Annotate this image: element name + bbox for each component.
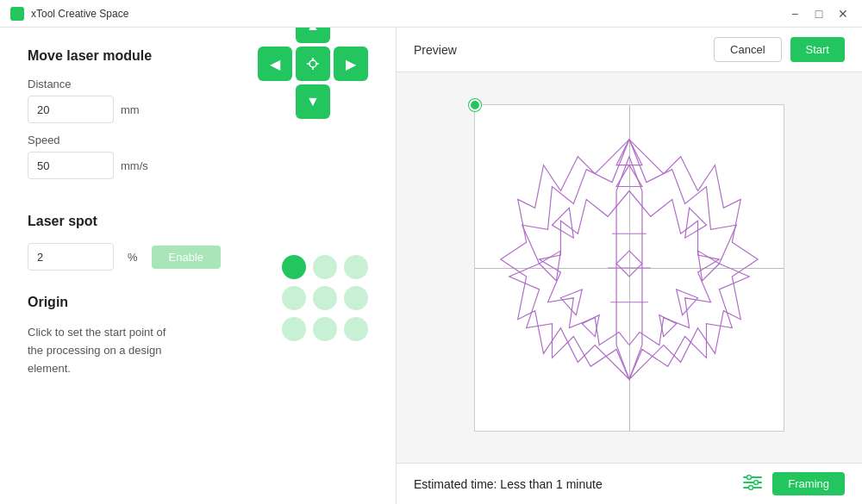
distance-group: Distance mm — [28, 78, 189, 123]
origin-description: Click to set the start point of the proc… — [28, 324, 183, 377]
origin-dot-2[interactable] — [344, 255, 368, 279]
distance-input-row: mm — [28, 96, 189, 123]
right-button[interactable]: ▶ — [334, 47, 368, 81]
pad-empty-tr — [334, 28, 368, 43]
svg-marker-12 — [659, 314, 677, 336]
laser-spot-title: Laser spot — [28, 214, 368, 229]
titlebar: xTool Creative Space − □ ✕ — [0, 0, 862, 28]
minimize-button[interactable]: − — [786, 5, 803, 22]
framing-button[interactable]: Framing — [772, 472, 845, 495]
footer-right: Framing — [743, 472, 845, 495]
preview-canvas — [397, 72, 862, 463]
pad-empty-br — [334, 84, 368, 119]
preview-actions: Cancel Start — [714, 37, 845, 62]
laser-spot-input[interactable] — [28, 243, 114, 271]
preview-header: Preview Cancel Start — [397, 28, 862, 72]
canvas-wrapper — [474, 104, 784, 432]
move-fields-layout: Distance mm Speed mm/s — [28, 78, 368, 190]
speed-input-row: mm/s — [28, 152, 189, 179]
app-icon — [10, 7, 24, 21]
pad-empty-bl — [258, 84, 292, 119]
svg-marker-14 — [616, 165, 642, 186]
close-button[interactable]: ✕ — [834, 5, 852, 22]
svg-marker-18 — [616, 251, 642, 277]
pad-empty-tl — [258, 28, 292, 43]
laser-spot-unit: % — [128, 251, 138, 264]
move-laser-section: Move laser module Distance mm Speed — [28, 48, 368, 190]
origin-dot-8[interactable] — [344, 317, 368, 341]
speed-input[interactable] — [28, 152, 114, 179]
origin-section: Origin Click to set the start point of t… — [28, 295, 368, 377]
speed-label: Speed — [28, 134, 189, 146]
left-button[interactable]: ◀ — [258, 47, 292, 81]
origin-dot-7[interactable] — [313, 317, 337, 341]
svg-marker-8 — [582, 314, 599, 336]
up-button[interactable]: ▲ — [296, 28, 330, 43]
enable-button[interactable]: Enable — [152, 246, 221, 269]
filter-icon[interactable] — [743, 475, 762, 494]
distance-label: Distance — [28, 78, 189, 90]
left-panel: Move laser module Distance mm Speed — [0, 28, 397, 504]
cancel-button[interactable]: Cancel — [714, 37, 781, 62]
maximize-button[interactable]: □ — [810, 5, 828, 22]
speed-group: Speed mm/s — [28, 134, 189, 179]
start-button[interactable]: Start — [790, 37, 845, 62]
svg-point-24 — [749, 485, 753, 489]
origin-grid — [282, 255, 368, 341]
estimated-time: Estimated time: Less than 1 minute — [414, 477, 603, 491]
right-panel: Preview Cancel Start — [397, 28, 862, 504]
window-controls: − □ ✕ — [786, 5, 852, 22]
svg-point-23 — [754, 480, 759, 484]
svg-point-22 — [747, 475, 752, 479]
main-container: Move laser module Distance mm Speed — [0, 28, 862, 504]
origin-layout: Click to set the start point of the proc… — [28, 324, 368, 377]
origin-dot-6[interactable] — [282, 317, 306, 341]
direction-pad: ▲ ◀ ▶ ▼ — [258, 28, 368, 119]
origin-dot-4[interactable] — [313, 286, 337, 310]
origin-dot-5[interactable] — [344, 286, 368, 310]
app-title: xTool Creative Space — [31, 8, 786, 20]
svg-point-0 — [309, 60, 316, 67]
preview-title: Preview — [414, 43, 457, 57]
origin-dot-3[interactable] — [282, 286, 306, 310]
speed-unit: mm/s — [121, 159, 148, 172]
crosshair-icon — [305, 56, 321, 72]
distance-input[interactable] — [28, 96, 114, 123]
move-fields: Distance mm Speed mm/s — [28, 78, 189, 190]
design-preview-svg — [475, 105, 784, 431]
preview-footer: Estimated time: Less than 1 minute Frami… — [397, 463, 862, 504]
origin-dot-0[interactable] — [282, 255, 306, 279]
center-button[interactable] — [296, 47, 330, 81]
down-button[interactable]: ▼ — [296, 84, 330, 119]
origin-dot-1[interactable] — [313, 255, 337, 279]
distance-unit: mm — [121, 103, 140, 116]
origin-text: Click to set the start point of the proc… — [28, 324, 213, 377]
